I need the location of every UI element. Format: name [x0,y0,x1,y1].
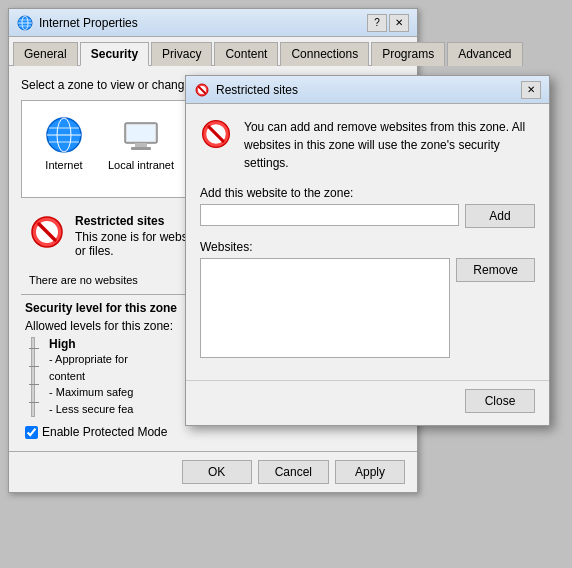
tab-privacy[interactable]: Privacy [151,42,212,66]
slider-container [25,337,41,417]
websites-row: Remove [200,258,535,358]
add-button[interactable]: Add [465,204,535,228]
zone-internet[interactable]: Internet [32,111,96,187]
slider-tick-1 [29,348,39,349]
remove-button[interactable]: Remove [456,258,535,282]
protected-mode-checkbox-area: Enable Protected Mode [25,425,401,439]
zone-selected-icon [29,214,65,257]
bottom-buttons: OK Cancel Apply [9,451,417,492]
dialog-window-icon [194,82,210,98]
tab-general[interactable]: General [13,42,78,66]
local-intranet-icon [121,115,161,155]
add-website-label: Add this website to the zone: [200,186,535,200]
internet-label: Internet [45,159,82,171]
help-button[interactable]: ? [367,14,387,32]
dialog-info-row: You can add and remove websites from thi… [200,118,535,172]
slider-tick-4 [29,402,39,403]
svg-rect-12 [135,143,147,147]
window-icon [17,15,33,31]
slider-tick-3 [29,384,39,385]
tab-advanced[interactable]: Advanced [447,42,522,66]
close-button[interactable]: ✕ [389,14,409,32]
dialog-title: Restricted sites [216,83,521,97]
dialog-nogo-icon [200,118,232,153]
dialog-title-bar: Restricted sites ✕ [186,76,549,104]
protected-mode-label: Enable Protected Mode [42,425,167,439]
window-title: Internet Properties [39,16,367,30]
tab-bar: General Security Privacy Content Connect… [9,37,417,66]
window-controls: ? ✕ [367,14,409,32]
svg-rect-13 [131,147,151,150]
close-dialog-button[interactable]: Close [465,389,535,413]
zone-local-intranet[interactable]: Local intranet [104,111,178,187]
add-website-row: Add [200,204,535,228]
dialog-body: You can add and remove websites from thi… [186,104,549,372]
internet-icon [44,115,84,155]
slider-track[interactable] [31,337,35,417]
dialog-bottom: Close [186,380,549,425]
websites-list[interactable] [200,258,450,358]
dialog-controls: ✕ [521,81,541,99]
restricted-sites-dialog: Restricted sites ✕ You can add and remov… [185,75,550,426]
remove-col: Remove [456,258,535,282]
slider-tick-2 [29,366,39,367]
tab-programs[interactable]: Programs [371,42,445,66]
protected-mode-checkbox[interactable] [25,426,38,439]
svg-rect-11 [127,125,155,141]
websites-label: Websites: [200,240,535,254]
title-bar: Internet Properties ? ✕ [9,9,417,37]
dialog-close-button[interactable]: ✕ [521,81,541,99]
website-input[interactable] [200,204,459,226]
ok-button[interactable]: OK [182,460,252,484]
dialog-info-text: You can add and remove websites from thi… [244,118,535,172]
tab-connections[interactable]: Connections [280,42,369,66]
cancel-button[interactable]: Cancel [258,460,329,484]
tab-content[interactable]: Content [214,42,278,66]
apply-button[interactable]: Apply [335,460,405,484]
local-intranet-label: Local intranet [108,159,174,171]
tab-security[interactable]: Security [80,42,149,66]
